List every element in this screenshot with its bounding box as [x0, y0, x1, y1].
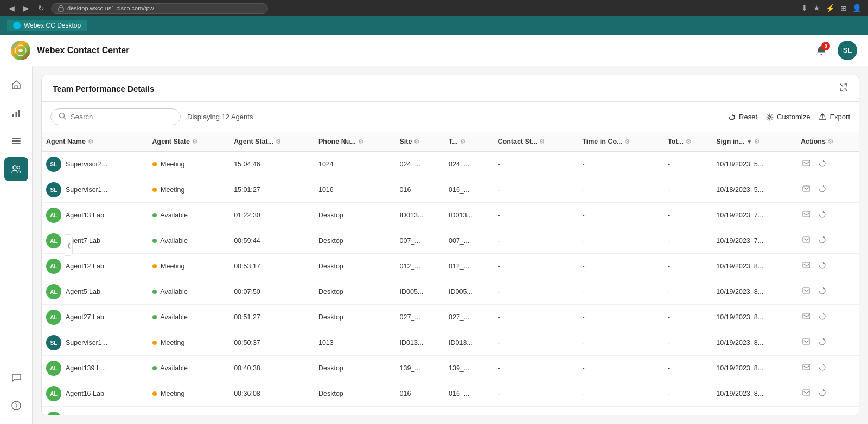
cell-t-8: 139_...: [444, 356, 494, 381]
th-site[interactable]: Site ⚙: [395, 132, 445, 151]
cell-t-7: ID013...: [444, 330, 494, 356]
search-input[interactable]: [71, 113, 173, 121]
customize-label: Customize: [777, 113, 810, 121]
displaying-count-label: Displaying 12 Agents: [187, 113, 253, 121]
cell-time-in-co-6: -: [578, 305, 663, 330]
state-dot-7: [152, 341, 157, 345]
send-message-button-0[interactable]: [801, 158, 812, 171]
cell-phone-nu-1: 1016: [314, 177, 395, 203]
cell-phone-nu-4: Desktop: [314, 254, 395, 279]
reload-button-8[interactable]: [816, 362, 828, 375]
th-contact-st[interactable]: Contact St... ⚙: [494, 132, 578, 151]
back-button[interactable]: ◀: [7, 3, 17, 14]
send-message-button-10[interactable]: [801, 413, 812, 415]
send-message-button-6[interactable]: [801, 311, 812, 324]
app-tab[interactable]: Webex CC Desktop: [7, 20, 87, 31]
th-tot[interactable]: Tot... ⚙: [663, 132, 712, 151]
cell-t-5: ID005...: [444, 279, 494, 305]
sidebar-item-analytics[interactable]: [4, 101, 28, 125]
sidebar-item-home[interactable]: [4, 73, 28, 97]
th-site-settings[interactable]: ⚙: [414, 138, 419, 145]
notification-badge: 8: [821, 42, 830, 50]
sidebar-item-menu[interactable]: [4, 129, 28, 153]
th-agent-name-settings[interactable]: ⚙: [88, 138, 93, 145]
cell-actions-7: [796, 330, 859, 356]
th-contact-st-settings[interactable]: ⚙: [539, 138, 545, 145]
send-message-button-8[interactable]: [801, 362, 812, 375]
user-avatar[interactable]: SL: [838, 41, 857, 60]
reload-button-2[interactable]: [816, 209, 828, 222]
sidebar-item-help[interactable]: [4, 394, 28, 417]
customize-button[interactable]: Customize: [766, 113, 810, 121]
cell-t-9: 016_...: [444, 381, 494, 407]
reload-button-1[interactable]: [816, 183, 828, 196]
th-sign-in-settings[interactable]: ⚙: [754, 138, 760, 145]
th-agent-stat[interactable]: Agent Stat... ⚙: [229, 132, 314, 151]
refresh-button[interactable]: ↻: [36, 3, 47, 14]
table-row: AL Agent139 L... Available 00:40:38 Desk…: [42, 356, 859, 381]
notification-button[interactable]: 8: [812, 41, 831, 60]
sidebar-item-chat[interactable]: [4, 365, 28, 389]
th-agent-state[interactable]: Agent State ⚙: [148, 132, 230, 151]
webex-logo-icon: [15, 44, 27, 56]
agent-name-4: Agent12 Lab: [66, 262, 104, 270]
agent-avatar-3: AL: [46, 233, 61, 248]
th-time-in-co[interactable]: Time in Co... ⚙: [578, 132, 663, 151]
th-actions[interactable]: Actions ⚙: [796, 132, 859, 151]
send-message-button-5[interactable]: [801, 285, 812, 298]
cell-agent-name-7: SL Supervisor1...: [42, 330, 148, 356]
reload-button-3[interactable]: [816, 234, 828, 247]
th-agent-name[interactable]: Agent Name ⚙: [42, 132, 148, 151]
export-button[interactable]: Export: [819, 113, 850, 121]
collapse-sidebar-button[interactable]: ❮: [65, 234, 73, 256]
send-message-button-2[interactable]: [801, 209, 812, 222]
message-icon: [802, 159, 810, 168]
reload-icon: [818, 363, 826, 371]
forward-button[interactable]: ▶: [21, 3, 31, 14]
cell-actions-1: [796, 177, 859, 203]
reload-button-9[interactable]: [816, 387, 828, 400]
send-message-button-7[interactable]: [801, 336, 812, 349]
cell-sign-in-2: 10/19/2023, 7...: [712, 203, 796, 228]
th-tot-settings[interactable]: ⚙: [686, 138, 691, 145]
th-time-in-co-settings[interactable]: ⚙: [624, 138, 630, 145]
reload-button-4[interactable]: [816, 260, 828, 273]
cell-agent-name-1: SL Supervisor1...: [42, 177, 148, 203]
cell-agent-state-0: Meeting: [148, 151, 230, 177]
cell-tot-10: -: [663, 407, 712, 415]
th-phone-nu[interactable]: Phone Nu... ⚙: [314, 132, 395, 151]
th-agent-state-settings[interactable]: ⚙: [192, 138, 197, 145]
th-agent-stat-label: Agent Stat...: [234, 138, 273, 145]
reset-button[interactable]: Reset: [728, 113, 757, 121]
send-message-button-1[interactable]: [801, 183, 812, 196]
cell-tot-7: -: [663, 330, 712, 356]
send-message-button-4[interactable]: [801, 260, 812, 273]
th-t-settings[interactable]: ⚙: [460, 138, 465, 145]
reload-button-10[interactable]: [816, 413, 828, 415]
team-icon: [11, 164, 22, 175]
reload-icon: [818, 210, 826, 219]
th-sign-in[interactable]: Sign in... ▼ ⚙: [712, 132, 796, 151]
menu-icon: [11, 136, 22, 146]
th-t[interactable]: T... ⚙: [444, 132, 494, 151]
cell-contact-st-5: -: [494, 279, 578, 305]
url-bar[interactable]: desktop.wxcc-us1.cisco.com/tpw: [51, 3, 268, 14]
reload-button-5[interactable]: [816, 285, 828, 298]
th-sign-in-label: Sign in...: [716, 138, 744, 145]
th-actions-settings[interactable]: ⚙: [828, 138, 833, 145]
reload-button-6[interactable]: [816, 311, 828, 324]
chevron-left-icon: ❮: [67, 242, 71, 248]
search-box[interactable]: [50, 108, 181, 125]
reload-button-7[interactable]: [816, 336, 828, 349]
th-phone-nu-settings[interactable]: ⚙: [358, 138, 363, 145]
cell-actions-8: [796, 356, 859, 381]
reload-button-0[interactable]: [816, 158, 828, 171]
expand-panel-button[interactable]: [839, 83, 848, 94]
send-message-button-9[interactable]: [801, 387, 812, 400]
sidebar-item-team-performance[interactable]: [4, 157, 28, 181]
cell-agent-name-9: AL Agent16 Lab: [42, 381, 148, 407]
content-area: Team Performance Details: [33, 66, 868, 424]
cell-agent-state-10: Available: [148, 407, 230, 415]
send-message-button-3[interactable]: [801, 234, 812, 247]
th-agent-stat-settings[interactable]: ⚙: [276, 138, 281, 145]
